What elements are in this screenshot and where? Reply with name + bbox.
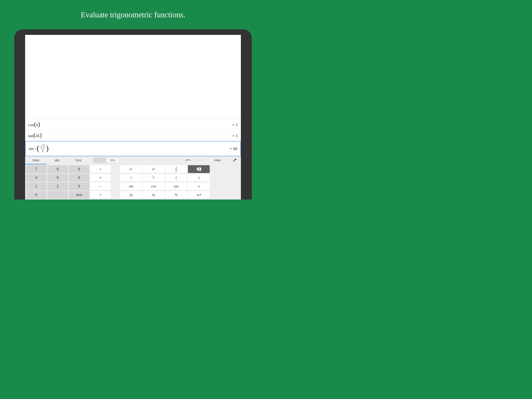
key-lparen[interactable]: ( [165,174,187,182]
current-result: = 60 [230,146,237,151]
undo-button[interactable] [183,156,194,164]
key-nth-root[interactable]: n√ [143,174,165,182]
tab-main[interactable]: main [25,156,47,164]
key-7[interactable]: 7 [26,165,47,173]
undo-icon [186,159,191,162]
key-0[interactable]: 0 [26,191,47,199]
current-input-row[interactable]: sin−1( √3 2 ) = 60 [25,141,241,156]
settings-button[interactable] [229,156,241,164]
history-expression: tan(45) [28,132,42,139]
history-row[interactable]: cos(0) = 1 [25,119,241,130]
key-multiply[interactable]: × [90,174,111,182]
tab-func[interactable]: func [68,156,89,164]
key-5[interactable]: 5 [47,174,68,182]
history-result: = 1 [232,122,238,127]
key-4[interactable]: 4 [26,174,47,182]
key-sqrt[interactable]: √ [120,174,142,182]
key-square[interactable]: a2 [120,165,142,173]
key-3[interactable]: 3 [69,182,89,190]
key-pi[interactable]: π [188,182,210,190]
key-ln[interactable]: ln [143,191,165,199]
angle-mode-deg[interactable]: DEG [106,158,119,163]
keypad-gap [112,165,119,199]
angle-mode-toggle[interactable]: DEG [93,158,119,163]
key-8[interactable]: 8 [47,165,68,173]
app-screen: cos(0) = 1 tan(45) = 1 sin−1( √3 2 ) [25,35,241,200]
key-decimal[interactable]: . [47,191,68,199]
history-row[interactable]: tan(45) = 1 [25,130,241,141]
wrench-icon [233,158,237,162]
key-backspace[interactable] [188,165,210,173]
redo-icon [197,159,203,162]
numpad-section: 7 8 9 4 5 6 1 2 3 0 . ans [26,165,89,199]
key-sin[interactable]: sin [120,182,142,190]
key-fraction[interactable]: ab [165,165,187,173]
key-minus[interactable]: − [90,182,111,190]
key-ans[interactable]: ans [69,191,89,199]
clear-button[interactable]: clear [206,156,229,164]
fn-section: a2 ab ab √ n√ ( ) sin cos tan [120,165,210,199]
redo-button[interactable] [194,156,206,164]
history-area: cos(0) = 1 tan(45) = 1 sin−1( √3 2 ) [25,35,241,156]
keypad: 7 8 9 4 5 6 1 2 3 0 . ans [25,164,241,200]
key-2[interactable]: 2 [47,182,68,190]
key-1[interactable]: 1 [26,182,47,190]
key-abs[interactable]: |a| [120,191,142,199]
history-result: = 1 [232,133,238,138]
enter-icon [196,193,201,196]
key-tan[interactable]: tan [165,182,187,190]
angle-mode-rad[interactable] [94,158,106,163]
key-rparen[interactable]: ) [188,174,210,182]
tablet-frame: cos(0) = 1 tan(45) = 1 sin−1( √3 2 ) [14,29,252,200]
tab-abc[interactable]: abc [47,156,68,164]
toolbar: main abc func DEG clear [25,156,241,164]
key-9[interactable]: 9 [69,165,89,173]
ops-section: ÷ × − + [90,165,111,199]
page-title: Evaluate trigonometric functions. [81,10,185,19]
key-plus[interactable]: + [90,191,111,199]
key-enter[interactable] [188,191,210,199]
current-expression: sin−1( √3 2 ) [29,144,49,153]
key-power[interactable]: ab [143,165,165,173]
key-percent[interactable]: % [165,191,187,199]
key-6[interactable]: 6 [69,174,89,182]
history-expression: cos(0) [28,121,40,128]
key-divide[interactable]: ÷ [90,165,111,173]
backspace-icon [196,167,201,171]
key-cos[interactable]: cos [143,182,165,190]
